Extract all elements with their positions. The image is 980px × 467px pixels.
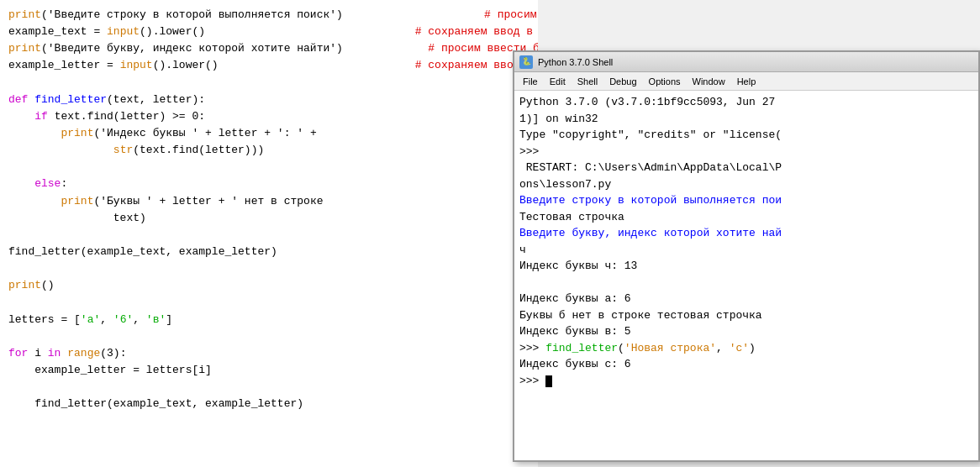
code-line-21: for i in range(3):	[8, 345, 530, 362]
menu-options[interactable]: Options	[644, 75, 686, 88]
menu-help[interactable]: Help	[732, 75, 761, 88]
shell-line-2: 1)] on win32	[519, 111, 973, 128]
menu-file[interactable]: File	[518, 75, 543, 88]
text-cursor	[545, 375, 552, 387]
shell-line-result2: Индекс буквы а: 6	[519, 291, 973, 307]
code-line-9: str(text.find(letter)))	[8, 142, 530, 159]
code-line-5	[8, 75, 530, 92]
code-line-15: find_letter(example_text, example_letter…	[8, 244, 530, 260]
shell-line-input1: Тестовая строчка	[519, 209, 973, 226]
shell-line-prompt1: Введите строку в которой выполняется пои	[519, 192, 973, 209]
shell-title: Python 3.7.0 Shell	[538, 57, 613, 67]
shell-line-result1: Индекс буквы ч: 13	[519, 258, 973, 275]
shell-line-input2: ч	[519, 242, 973, 259]
menu-shell[interactable]: Shell	[572, 75, 603, 88]
shell-titlebar: 🐍 Python 3.7.0 Shell	[514, 52, 978, 72]
shell-line-restart: RESTART: C:\Users\Admin\AppData\Local\P	[519, 160, 973, 176]
shell-line-1: Python 3.7.0 (v3.7.0:1bf9cc5093, Jun 27	[519, 94, 973, 111]
code-line-16	[8, 260, 530, 277]
shell-line-prompt2: Введите букву, индекс которой хотите най	[519, 225, 973, 242]
code-line-4: example_letter = input().lower() # сохра…	[8, 57, 530, 74]
code-line-2: example_text = input().lower() # сохраня…	[8, 24, 530, 40]
code-line-20	[8, 328, 530, 345]
shell-line-3: Type "copyright", "credits" or "license(	[519, 127, 973, 144]
shell-line-result5: Индекс буквы с: 6	[519, 356, 973, 373]
shell-line-empty1	[519, 275, 973, 291]
python-icon: 🐍	[519, 55, 533, 69]
code-line-10	[8, 159, 530, 176]
code-line-3: print('Введите букву, индекс которой хот…	[8, 40, 530, 57]
shell-menubar: File Edit Shell Debug Options Window Hel…	[514, 72, 978, 91]
code-line-12: print('Буквы ' + letter + ' нет в строке	[8, 193, 530, 210]
shell-line-findcall: >>> find_letter('Новая строка', 'с')	[519, 340, 973, 357]
shell-line-result3: Буквы б нет в строке тестовая строчка	[519, 307, 973, 324]
menu-debug[interactable]: Debug	[604, 75, 641, 88]
menu-window[interactable]: Window	[688, 75, 730, 88]
code-line-22: example_letter = letters[i]	[8, 362, 530, 379]
code-line-6: def find_letter(text, letter):	[8, 92, 530, 108]
code-line-18	[8, 294, 530, 311]
code-line-13: text)	[8, 210, 530, 227]
shell-output[interactable]: Python 3.7.0 (v3.7.0:1bf9cc5093, Jun 27 …	[514, 91, 978, 460]
code-line-23	[8, 379, 530, 396]
shell-line-result4: Индекс буквы в: 5	[519, 323, 973, 340]
code-line-19: letters = ['а', '6', 'в']	[8, 312, 530, 328]
code-line-11: else:	[8, 176, 530, 192]
menu-edit[interactable]: Edit	[545, 75, 571, 88]
code-line-7: if text.find(letter) >= 0:	[8, 108, 530, 125]
code-line-14	[8, 227, 530, 244]
code-line-8: print('Индекс буквы ' + letter + ': ' +	[8, 125, 530, 142]
code-line-1: print('Введите строку в которой выполняе…	[8, 7, 530, 24]
shell-prompt-1: >>>	[519, 144, 973, 160]
shell-window[interactable]: 🐍 Python 3.7.0 Shell File Edit Shell Deb…	[513, 50, 980, 462]
code-editor[interactable]: print('Введите строку в которой выполняе…	[0, 0, 538, 467]
code-line-24: find_letter(example_text, example_letter…	[8, 396, 530, 412]
shell-cursor-line[interactable]: >>>	[519, 373, 973, 390]
shell-line-restart2: ons\lesson7.py	[519, 176, 973, 193]
code-line-17: print()	[8, 277, 530, 294]
